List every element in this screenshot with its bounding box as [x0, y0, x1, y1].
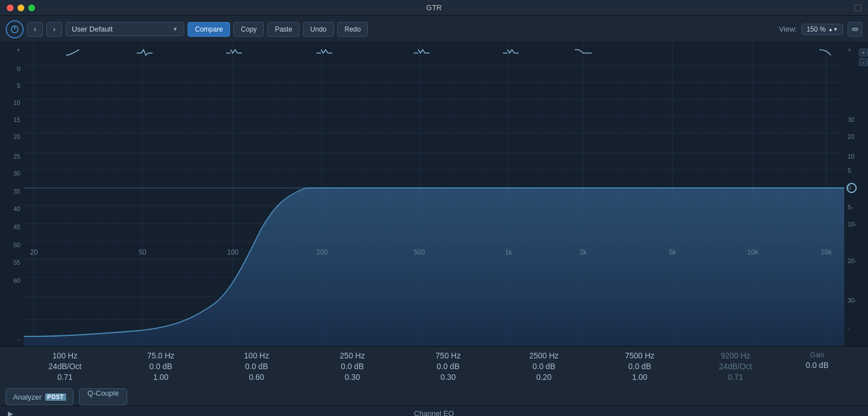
rscale-10: 10	[848, 153, 854, 160]
band-4-gain: 0.0 dB	[341, 362, 363, 371]
redo-button[interactable]: Redo	[337, 22, 368, 37]
scale-plus: +	[17, 46, 20, 53]
band-1-q: 0.71	[57, 373, 72, 382]
band-3-freq: 100 Hz	[244, 351, 269, 360]
rscale-20neg: 20-	[848, 257, 857, 264]
analyzer-label: Analyzer	[13, 393, 42, 401]
svg-text:20k: 20k	[821, 248, 832, 256]
scale-60: 60	[14, 277, 20, 284]
band-2-params: 75.0 Hz 0.0 dB 1.00	[124, 351, 198, 382]
band-4-q: 0.30	[345, 373, 360, 382]
preset-value: User Default	[72, 25, 112, 33]
band-5-freq: 750 Hz	[436, 351, 461, 360]
resize-button[interactable]	[854, 5, 861, 11]
traffic-lights	[7, 5, 35, 11]
band-3-params: 100 Hz 0.0 dB 0.60	[220, 351, 293, 382]
undo-button[interactable]: Undo	[303, 22, 334, 37]
band-6-params: 2500 Hz 0.0 dB 0.20	[507, 351, 581, 382]
minimize-button[interactable]	[18, 5, 24, 11]
nav-back-button[interactable]: ‹	[27, 22, 43, 37]
eq-canvas[interactable]: 20 50 100 200 500 1k 2k 5k 10k 20k	[24, 43, 844, 346]
scale-right: + 30 20 10 5 0 5- 10- 20- 30- - + -	[844, 43, 868, 346]
play-icon: ▶	[8, 410, 13, 417]
bottom-panel: 100 Hz 24dB/Oct 0.71 75.0 Hz 0.0 dB 1.00…	[0, 346, 868, 405]
footer-title: Channel EQ	[414, 409, 454, 416]
close-button[interactable]	[7, 5, 14, 11]
scale-10: 10	[14, 99, 20, 106]
view-label: View:	[779, 25, 797, 33]
scale-25: 25	[14, 153, 20, 160]
band-1-gain: 24dB/Oct	[49, 362, 81, 371]
power-button[interactable]	[6, 20, 24, 38]
eq-grid-svg: 20 50 100 200 500 1k 2k 5k 10k 20k	[24, 43, 844, 346]
scale-55: 55	[14, 259, 20, 266]
band-8-params: 9200 Hz 24dB/Oct 0.71	[699, 351, 772, 382]
svg-text:1k: 1k	[505, 248, 513, 256]
compare-button[interactable]: Compare	[188, 22, 230, 37]
gain-value: 0.0 dB	[806, 361, 828, 370]
footer: ▶ Channel EQ	[0, 405, 868, 416]
band-5-q: 0.30	[440, 373, 455, 382]
scale-left: + 0 5 10 15 20 25 30 35 40 45 50 55 60 -	[0, 43, 24, 346]
paste-button[interactable]: Paste	[267, 22, 300, 37]
rscale-20: 20	[848, 133, 854, 140]
band-params: 100 Hz 24dB/Oct 0.71 75.0 Hz 0.0 dB 1.00…	[0, 347, 868, 384]
svg-text:5k: 5k	[669, 248, 677, 256]
maximize-button[interactable]	[28, 5, 35, 11]
band-2-freq: 75.0 Hz	[147, 351, 174, 360]
scale-plus-btn[interactable]: +	[859, 49, 868, 56]
band-2-q: 1.00	[153, 373, 168, 382]
band-8-q: 0.71	[728, 373, 743, 382]
gain-label: Gain	[810, 351, 824, 359]
zero-marker	[847, 183, 857, 193]
rscale-plus: +	[848, 46, 851, 53]
svg-text:500: 500	[414, 248, 425, 256]
rscale-30neg: 30-	[848, 297, 857, 304]
band-3-q: 0.60	[249, 373, 264, 382]
svg-text:10k: 10k	[747, 248, 758, 256]
scale-40: 40	[14, 205, 20, 212]
scale-minus-btn[interactable]: -	[859, 58, 868, 66]
scale-45: 45	[14, 224, 20, 230]
scale-30: 30	[14, 170, 20, 177]
scale-controls: + -	[859, 49, 868, 66]
post-badge: POST	[45, 393, 66, 401]
band-2-gain: 0.0 dB	[149, 362, 172, 371]
band-7-params: 7500 Hz 0.0 dB 1.00	[603, 351, 676, 382]
window-title: GTR	[426, 3, 441, 12]
scale-35: 35	[14, 188, 20, 195]
rscale-minus: -	[848, 325, 850, 332]
band-7-q: 1.00	[632, 373, 647, 382]
band-7-freq: 7500 Hz	[625, 351, 654, 360]
dropdown-arrow-icon: ▼	[172, 26, 178, 32]
scale-20: 20	[14, 133, 20, 140]
view-stepper-icon: ▲▼	[828, 27, 838, 32]
svg-text:50: 50	[138, 248, 146, 256]
band-1-params: 100 Hz 24dB/Oct 0.71	[28, 351, 102, 382]
band-1-freq: 100 Hz	[53, 351, 77, 360]
band-5-gain: 0.0 dB	[437, 362, 459, 371]
link-button[interactable]	[848, 22, 862, 37]
band-6-q: 0.20	[536, 373, 552, 382]
band-6-gain: 0.0 dB	[532, 362, 555, 371]
nav-forward-button[interactable]: ›	[46, 22, 62, 37]
view-value-text: 150 %	[806, 25, 826, 33]
rscale-5neg: 5-	[848, 204, 853, 211]
band-6-freq: 2500 Hz	[529, 351, 558, 360]
rscale-10neg: 10-	[848, 221, 857, 227]
band-8-freq: 9200 Hz	[721, 351, 750, 360]
scale-50: 50	[14, 242, 20, 248]
band-3-gain: 0.0 dB	[245, 362, 268, 371]
view-value-control[interactable]: 150 % ▲▼	[801, 24, 843, 35]
view-section: View: 150 % ▲▼	[779, 22, 862, 37]
analyzer-button[interactable]: Analyzer POST	[6, 388, 73, 405]
toolbar: ‹ › User Default ▼ Compare Copy Paste Un…	[0, 16, 868, 43]
svg-text:200: 200	[316, 248, 328, 256]
preset-dropdown[interactable]: User Default ▼	[66, 22, 184, 36]
rscale-30: 30	[848, 116, 854, 123]
eq-container: + 0 5 10 15 20 25 30 35 40 45 50 55 60 -	[0, 43, 868, 346]
q-couple-button[interactable]: Q-Couple	[79, 388, 128, 405]
play-button[interactable]: ▶	[6, 409, 15, 417]
svg-text:100: 100	[227, 248, 238, 256]
copy-button[interactable]: Copy	[233, 22, 264, 37]
